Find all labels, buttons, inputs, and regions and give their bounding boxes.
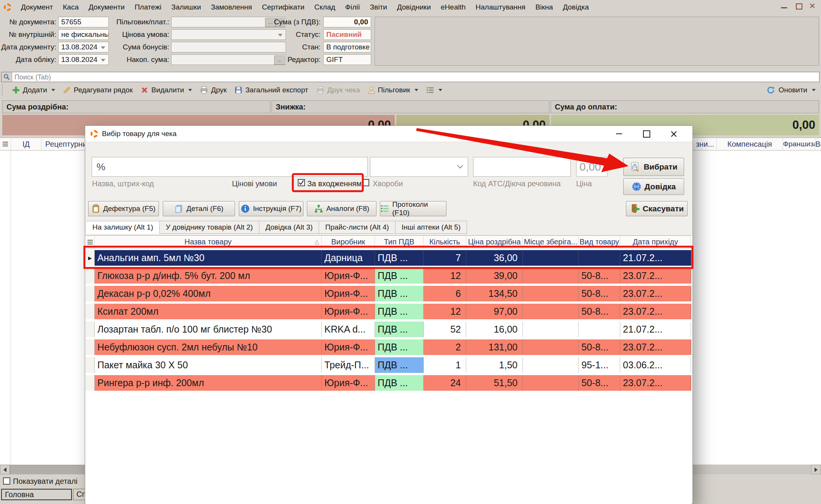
cell-quantity: 12	[424, 304, 466, 319]
cell-vat: ПДВ ...	[375, 304, 424, 319]
help-button[interactable]: Довідка	[623, 178, 684, 195]
dialog-tab[interactable]: На залишку (Alt 1)	[86, 221, 160, 234]
accum-sum-label: Накоп. сума:	[97, 54, 169, 65]
column-header-compensation[interactable]: Компенсація	[716, 138, 783, 151]
column-header-vat[interactable]: Тип ПДВ	[375, 236, 424, 249]
menu-item[interactable]: Довідники	[392, 3, 436, 11]
edit-row-button[interactable]: Редагувати рядок	[63, 86, 133, 94]
menu-item[interactable]: Налаштування	[471, 3, 530, 11]
product-search-input[interactable]: %	[92, 157, 368, 177]
row-marker	[86, 268, 95, 284]
by-occurrence-checkbox[interactable]	[298, 179, 305, 186]
toolbar-grip	[2, 85, 4, 95]
table-row[interactable]: Рингера р-р инф. 200мл Юрия-Ф... ПДВ ...…	[86, 375, 691, 391]
dialog-tab[interactable]: Інші аптеки (Alt 5)	[395, 221, 467, 234]
cell-quantity: 6	[424, 286, 466, 301]
minimize-icon[interactable]	[780, 2, 788, 10]
column-header-storage[interactable]: Місце зберіга...	[523, 236, 579, 249]
column-header-name[interactable]: Назва товару	[95, 236, 322, 249]
restore-icon[interactable]	[794, 2, 803, 10]
column-header-franchise[interactable]: Франшиза	[783, 138, 815, 151]
details-button[interactable]: Деталі (F6)	[163, 201, 235, 216]
refresh-icon	[766, 86, 775, 95]
person-icon	[368, 86, 375, 94]
defect-button[interactable]: Дефектура (F5)	[88, 201, 159, 216]
menu-item[interactable]: Звіти	[365, 3, 392, 11]
diseases-checkbox[interactable]	[362, 179, 369, 186]
column-header-retail-price[interactable]: Ціна роздрібна	[466, 236, 523, 249]
menu-item[interactable]: Замовлення	[206, 3, 257, 11]
bonus-sum-label: Сума бонусів:	[97, 42, 169, 52]
row-options-button[interactable]	[426, 86, 442, 94]
window-controls: ×	[780, 2, 817, 10]
beneficiary-button[interactable]: Пільговик	[368, 86, 418, 94]
scroll-left-icon[interactable]	[0, 465, 10, 474]
product-select-dialog: Вибір товару для чека × % 0,00 Вибрати Н…	[85, 125, 693, 504]
delete-button[interactable]: Видалити	[140, 86, 192, 94]
column-header-id[interactable]: ІД	[11, 138, 41, 151]
plus-icon	[12, 86, 20, 94]
menu-item[interactable]: Склад	[310, 3, 340, 11]
cell-price: 36,00	[466, 250, 523, 266]
cancel-button[interactable]: Скасувати	[626, 201, 688, 216]
product-table-header: Назва товару Виробник Тип ПДВ Кількість …	[86, 236, 691, 249]
table-row[interactable]: Ксилат 200мл Юрия-Ф... ПДВ ... 12 97,00 …	[86, 304, 691, 319]
column-header-manufacturer[interactable]: Виробник	[322, 236, 375, 249]
menu-item[interactable]: Документи	[84, 3, 130, 11]
dialog-tab[interactable]: Прайс-листи (Alt 4)	[319, 221, 395, 234]
pages-icon	[174, 204, 183, 213]
grid-corner-burger-icon[interactable]	[0, 138, 11, 151]
printer-icon	[316, 86, 325, 94]
menu-item[interactable]: Платежі	[130, 3, 167, 11]
menu-item[interactable]: Філії	[340, 3, 365, 11]
table-row[interactable]: Лозартан табл. п/о 100 мг блистер №30 KR…	[86, 322, 691, 337]
dialog-close-icon[interactable]: ×	[664, 128, 683, 139]
atc-code-input[interactable]	[473, 157, 571, 177]
cell-storage	[523, 357, 579, 373]
dialog-maximize-icon[interactable]	[637, 128, 656, 139]
tab-main[interactable]: Головна	[1, 489, 72, 500]
menu-item[interactable]: Залишки	[167, 3, 206, 11]
menu-item[interactable]: Довідка	[558, 3, 594, 11]
refresh-button[interactable]: Оновити	[766, 83, 816, 97]
cell-date: 23.07.2...	[620, 339, 691, 355]
menu-item[interactable]: Вікна	[530, 3, 558, 11]
analogs-button[interactable]: Аналоги (F8)	[307, 201, 376, 216]
app-logo-icon	[91, 130, 98, 138]
menu-item[interactable]: Каса	[58, 3, 84, 11]
menu-item[interactable]: Документ	[16, 3, 58, 11]
table-row[interactable]: Декасан р-р 0,02% 400мл Юрия-Ф... ПДВ ..…	[86, 286, 691, 301]
instruction-button[interactable]: Інструкція (F7)	[239, 201, 303, 216]
floppy-icon	[234, 86, 243, 94]
scroll-right-icon[interactable]	[811, 465, 821, 474]
table-row[interactable]: ▸ Анальгин амп. 5мл №30 Дарница ПДВ ... …	[86, 250, 691, 266]
dialog-tab[interactable]: Довідка (Alt 3)	[259, 221, 319, 234]
show-details-checkbox[interactable]	[3, 477, 10, 485]
table-row[interactable]: Небуфлюзон сусп. 2мл небулы №10 Юрия-Ф..…	[86, 339, 691, 355]
cell-manufacturer: Юрия-Ф...	[322, 304, 375, 319]
close-icon[interactable]: ×	[809, 2, 817, 10]
table-row[interactable]: Пакет майка 30 X 50 Трейд-П... ПДВ ... 1…	[86, 357, 691, 373]
protocols-button[interactable]: Протоколи (F10)	[380, 201, 446, 216]
price-input[interactable]: 0,00	[576, 157, 607, 177]
table-row[interactable]: Глюкоза р-р д/инф. 5% бут. 200 мл Юрия-Ф…	[86, 268, 691, 284]
print-button[interactable]: Друк	[200, 86, 227, 94]
header-burger-icon[interactable]	[86, 236, 95, 249]
row-marker	[86, 357, 95, 373]
dialog-minimize-icon[interactable]	[610, 128, 629, 139]
select-button[interactable]: Вибрати	[623, 158, 684, 176]
column-header-arrival-date[interactable]: Дата прихіду	[620, 236, 691, 249]
menu-item[interactable]: eHealth	[436, 3, 471, 11]
add-button[interactable]: Додати	[12, 86, 55, 94]
column-header-kind[interactable]: Вид товару	[579, 236, 620, 249]
column-header-dispense[interactable]: Відпу...	[815, 138, 821, 151]
export-button[interactable]: Загальний експорт	[234, 86, 308, 94]
editor-label: Редактор:	[249, 54, 321, 65]
search-bar[interactable]: Поиск (Tab)	[1, 72, 819, 82]
column-header-quantity[interactable]: Кількість	[424, 236, 466, 249]
price-label: Ціна	[576, 179, 592, 188]
dialog-title-bar[interactable]: Вибір товару для чека ×	[85, 126, 692, 142]
price-conditions-combo[interactable]	[370, 157, 468, 177]
menu-item[interactable]: Сертифікати	[257, 3, 310, 11]
dialog-tab[interactable]: У довіднику товарів (Alt 2)	[160, 221, 259, 234]
